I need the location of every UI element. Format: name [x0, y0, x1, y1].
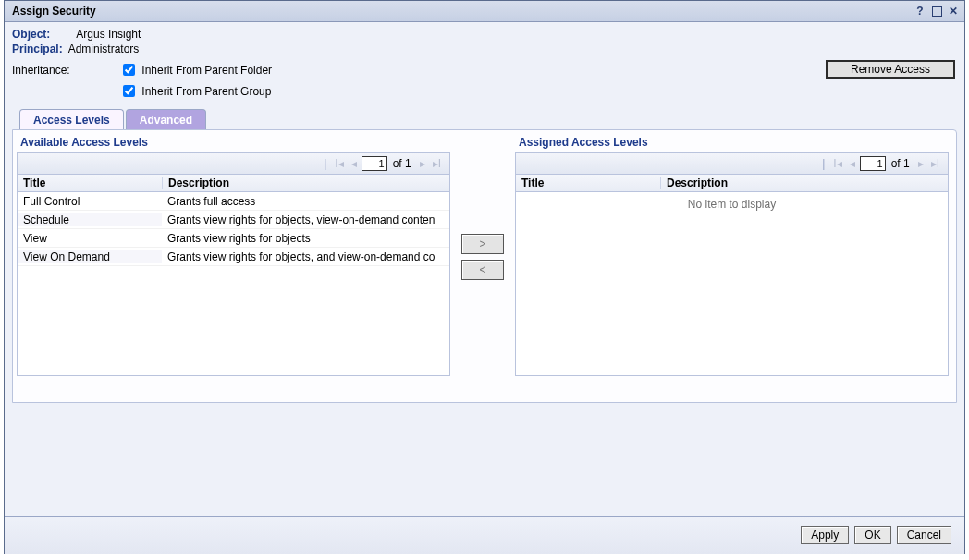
table-row[interactable]: ViewGrants view rights for objects: [18, 229, 449, 248]
assigned-grid: | I◂ ◂ of 1 ▸ ▸I Title Description No it…: [515, 152, 949, 376]
row-desc: Grants view rights for objects: [162, 232, 449, 245]
assigned-col-desc[interactable]: Description: [661, 177, 948, 189]
tab-advanced[interactable]: Advanced: [126, 109, 206, 130]
assign-security-dialog: Assign Security ? ✕ Object: Argus Insigh…: [4, 0, 965, 554]
available-col-desc[interactable]: Description: [163, 177, 449, 189]
access-levels-panel: Available Access Levels | I◂ ◂ of 1 ▸ ▸I…: [12, 129, 957, 403]
assigned-heading: Assigned Access Levels: [519, 136, 949, 149]
next-page-icon[interactable]: ▸: [915, 157, 926, 170]
assigned-empty-message: No item to display: [516, 192, 948, 211]
available-header: Title Description: [18, 175, 449, 192]
maximize-icon[interactable]: [931, 6, 942, 17]
first-page-icon[interactable]: I◂: [332, 157, 346, 170]
assigned-pager: | I◂ ◂ of 1 ▸ ▸I: [516, 153, 948, 175]
help-icon[interactable]: ?: [914, 6, 926, 17]
available-heading: Available Access Levels: [20, 136, 450, 149]
move-left-button[interactable]: <: [461, 260, 504, 280]
table-row[interactable]: ScheduleGrants view rights for objects, …: [18, 211, 449, 229]
remove-access-button[interactable]: Remove Access: [826, 60, 955, 79]
object-row: Object: Argus Insight: [12, 28, 957, 41]
available-col-title[interactable]: Title: [18, 177, 163, 189]
row-desc: Grants view rights for objects, view-on-…: [162, 213, 449, 226]
row-title: View: [18, 232, 162, 245]
inherit-group-checkbox[interactable]: [123, 85, 135, 97]
next-page-icon[interactable]: ▸: [417, 157, 428, 170]
dialog-footer: Apply OK Cancel: [5, 516, 964, 554]
table-row[interactable]: View On DemandGrants view rights for obj…: [18, 248, 449, 266]
assigned-header: Title Description: [516, 175, 948, 192]
transfer-buttons: > <: [460, 136, 506, 395]
first-page-icon[interactable]: I◂: [830, 157, 844, 170]
row-title: View On Demand: [18, 250, 162, 263]
last-page-icon[interactable]: ▸I: [430, 157, 444, 170]
principal-row: Principal: Administrators: [12, 43, 957, 55]
inherit-folder-option[interactable]: Inherit From Parent Folder: [119, 61, 272, 79]
assigned-body: No item to display: [516, 192, 948, 375]
move-right-button[interactable]: >: [461, 234, 504, 254]
inherit-folder-checkbox[interactable]: [123, 64, 135, 76]
titlebar: Assign Security ? ✕: [5, 1, 964, 22]
prev-page-icon[interactable]: ◂: [349, 157, 360, 170]
available-listbox: Available Access Levels | I◂ ◂ of 1 ▸ ▸I…: [17, 136, 450, 395]
assigned-col-title[interactable]: Title: [516, 177, 661, 189]
object-label: Object:: [12, 28, 66, 41]
object-value: Argus Insight: [68, 28, 141, 41]
available-body: Full ControlGrants full accessScheduleGr…: [18, 192, 449, 375]
cancel-button[interactable]: Cancel: [897, 526, 951, 544]
inherit-group-text: Inherit From Parent Group: [141, 85, 271, 98]
inheritance-label: Inheritance:: [12, 64, 95, 77]
inherit-group-option[interactable]: Inherit From Parent Group: [119, 82, 271, 100]
available-pager: | I◂ ◂ of 1 ▸ ▸I: [18, 153, 449, 175]
tabs: Access Levels Advanced: [12, 109, 957, 130]
dialog-title: Assign Security: [12, 5, 96, 18]
row-title: Full Control: [18, 195, 162, 208]
assigned-listbox: Assigned Access Levels | I◂ ◂ of 1 ▸ ▸I …: [515, 136, 949, 395]
row-desc: Grants full access: [162, 195, 449, 208]
last-page-icon[interactable]: ▸I: [928, 157, 942, 170]
table-row[interactable]: Full ControlGrants full access: [18, 192, 449, 211]
principal-label: Principal:: [12, 43, 66, 55]
prev-page-icon[interactable]: ◂: [847, 157, 858, 170]
row-desc: Grants view rights for objects, and view…: [162, 250, 449, 263]
principal-value: Administrators: [68, 43, 140, 55]
ok-button[interactable]: OK: [854, 526, 890, 544]
tab-access-levels[interactable]: Access Levels: [19, 109, 124, 130]
page-input[interactable]: [860, 156, 886, 171]
apply-button[interactable]: Apply: [801, 526, 849, 544]
close-icon[interactable]: ✕: [948, 6, 959, 17]
available-grid: | I◂ ◂ of 1 ▸ ▸I Title Description Full …: [17, 152, 450, 376]
page-total-label: of 1: [891, 157, 910, 170]
page-total-label: of 1: [393, 157, 411, 170]
inherit-folder-text: Inherit From Parent Folder: [141, 64, 272, 77]
row-title: Schedule: [18, 213, 162, 226]
page-input[interactable]: [362, 156, 387, 171]
